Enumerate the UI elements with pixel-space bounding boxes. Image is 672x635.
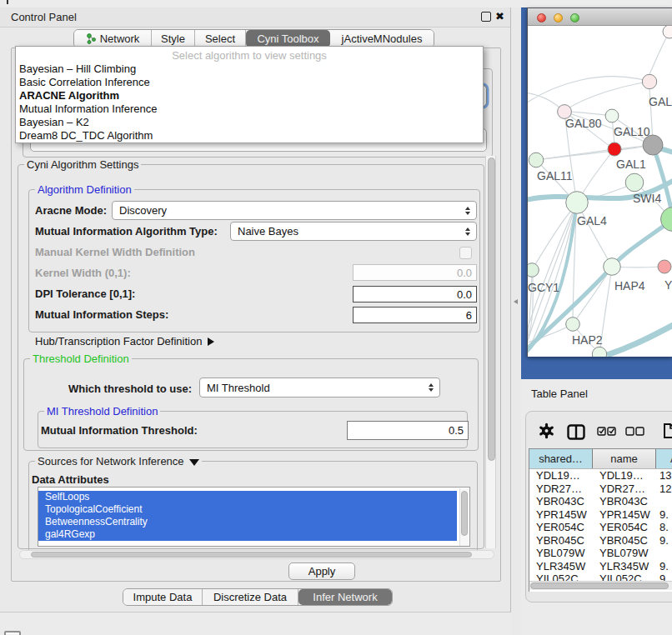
scrollbar-thumb[interactable]	[31, 552, 472, 558]
attribute-list-item[interactable]: TopologicalCoefficient	[38, 503, 457, 516]
network-node-HAP4[interactable]	[604, 258, 621, 276]
dpi-tolerance-field[interactable]: 0.0	[353, 286, 477, 302]
hub-factor-label: Hub/Transcription Factor Definition	[35, 335, 202, 348]
scrollbar-thumb[interactable]	[461, 491, 468, 536]
checked-columns-icon[interactable]	[597, 427, 617, 436]
attribute-list-item[interactable]: BetweennessCentrality	[38, 516, 457, 528]
node-label: GAL2	[649, 95, 672, 108]
panel-corner-button[interactable]	[4, 631, 21, 635]
combo-arrows-icon	[465, 228, 470, 236]
algorithm-dropdown-popup: Select algorithm to view settings Bayesi…	[15, 46, 484, 143]
hub-factor-section[interactable]: Hub/Transcription Factor Definition	[35, 335, 214, 348]
settings-horizontal-scrollbar[interactable]	[19, 550, 494, 559]
node-table: shared…nameA YDL19…YDL19…13YDR27…YDR27…1…	[529, 448, 672, 592]
toolbar-fragment	[7, 0, 8, 4]
network-node-node-top[interactable]	[663, 26, 672, 38]
network-node-GCY1[interactable]	[528, 263, 539, 278]
column-header-name[interactable]: name	[593, 449, 656, 468]
attributes-rows: SelfLoopsTopologicalCoefficientBetweenne…	[38, 488, 469, 541]
table-cell: YER054C	[529, 521, 593, 533]
algorithm-option[interactable]: Dream8 DC_TDC Algorithm	[16, 129, 483, 142]
mi-steps-field[interactable]: 6	[353, 307, 477, 323]
control-panel-titlebar: Control Panel ✖	[0, 8, 510, 28]
document-icon[interactable]	[663, 422, 672, 439]
network-window-titlebar[interactable]	[528, 8, 672, 26]
tab-style[interactable]: Style	[152, 30, 195, 48]
tab-cyni-toolbox[interactable]: Cyni Toolbox	[246, 30, 330, 48]
which-threshold-combo[interactable]: MI Threshold	[199, 378, 440, 398]
aracne-mode-combo[interactable]: Discovery	[112, 201, 477, 220]
algorithm-option[interactable]: Basic Correlation Inference	[16, 76, 483, 89]
settings-vertical-scrollbar[interactable]	[485, 156, 496, 548]
collapse-arrow-icon[interactable]	[189, 459, 199, 466]
tab-jactivemnodules[interactable]: jActiveMNodules	[330, 30, 434, 48]
attribute-list-item[interactable]: SelfLoops	[38, 491, 457, 503]
close-icon[interactable]: ✖	[495, 10, 504, 22]
network-node-GAL2[interactable]	[642, 74, 656, 88]
node-label: GAL4	[577, 214, 607, 228]
tab-select[interactable]: Select	[195, 30, 246, 48]
mi-type-combo[interactable]: Naive Bayes	[230, 222, 477, 241]
close-traffic-light-icon[interactable]	[537, 13, 546, 22]
network-canvas[interactable]: GAL2GAL80GAL10GAL1GAL11SWI4GAL4YHAP4GCY1…	[528, 26, 672, 357]
table-cell: YDL19…	[529, 469, 593, 482]
minimize-traffic-light-icon[interactable]	[554, 13, 563, 22]
table-cell: YDR27…	[529, 482, 593, 495]
mi-threshold-field[interactable]: 0.5	[347, 421, 469, 440]
float-window-icon[interactable]	[481, 12, 491, 22]
table-row[interactable]: YPR145WYPR145W9.	[529, 508, 672, 522]
attributes-vertical-scrollbar[interactable]	[459, 488, 469, 546]
algorithm-option[interactable]: Bayesian – Hill Climbing	[16, 62, 483, 76]
data-attributes-list[interactable]: SelfLoopsTopologicalCoefficientBetweenne…	[38, 487, 470, 547]
popup-header: Select algorithm to view settings	[16, 47, 483, 62]
table-row[interactable]: YBR045CYBR045C9.	[529, 534, 672, 548]
scrollbar-thumb[interactable]	[530, 582, 669, 589]
scrollbar-thumb[interactable]	[488, 158, 495, 461]
network-node-GAL1[interactable]	[608, 142, 621, 156]
attribute-list-item[interactable]: gal4RGexp	[38, 528, 457, 541]
node-label: GAL10	[614, 125, 650, 138]
table-row[interactable]: YDR27…YDR27…12	[529, 482, 672, 496]
tab-infer-network[interactable]: Infer Network	[298, 589, 392, 605]
table-row[interactable]: YDL19…YDL19…13	[529, 469, 672, 482]
splitter-collapse-icon[interactable]	[514, 299, 518, 304]
tab-impute-data[interactable]: Impute Data	[123, 589, 203, 605]
table-row[interactable]: YLR345WYLR345W9.	[529, 560, 672, 573]
table-cell: YLR345W	[593, 560, 656, 572]
table-horizontal-scrollbar[interactable]	[529, 581, 672, 590]
split-panel-icon[interactable]	[567, 424, 585, 440]
mi-steps-label: Mutual Information Steps:	[35, 308, 168, 321]
network-node-SWI4[interactable]	[625, 173, 644, 192]
panel-splitter[interactable]	[511, 8, 521, 635]
network-node-node-salmon[interactable]	[658, 260, 671, 273]
gear-icon[interactable]	[539, 422, 554, 439]
table-row[interactable]: YER054CYER054C8.	[529, 521, 672, 534]
table-row[interactable]: YBR043CYBR043C	[529, 495, 672, 508]
manual-kernel-checkbox[interactable]	[459, 247, 472, 259]
network-node-node-gray[interactable]	[643, 135, 663, 155]
column-header-shared[interactable]: shared…	[529, 449, 593, 468]
network-node-GAL10[interactable]	[605, 109, 619, 122]
network-node-HAP2[interactable]	[566, 318, 580, 332]
mi-threshold-label: Mutual Information Threshold:	[41, 424, 198, 437]
network-node-GAL11[interactable]	[529, 152, 544, 168]
algorithm-option[interactable]: Mutual Information Inference	[16, 102, 483, 116]
zoom-traffic-light-icon[interactable]	[570, 13, 579, 22]
algorithm-option[interactable]: Bayesian – K2	[16, 116, 483, 129]
algorithm-option[interactable]: ARACNE Algorithm	[16, 89, 483, 102]
table-row[interactable]: YBL079WYBL079W	[529, 547, 672, 560]
tab-network[interactable]: Network	[74, 30, 152, 48]
which-threshold-value: MI Threshold	[207, 382, 270, 394]
tab-discretize-data[interactable]: Discretize Data	[203, 589, 298, 605]
network-node-GAL4[interactable]	[566, 192, 589, 214]
table-cell: YER054C	[593, 521, 656, 533]
table-cell: 9.	[656, 534, 672, 547]
kernel-width-field[interactable]: 0.0	[353, 264, 477, 281]
expand-arrow-icon[interactable]	[208, 338, 214, 346]
dpi-tolerance-label: DPI Tolerance [0,1]:	[35, 288, 135, 300]
apply-button[interactable]: Apply	[288, 562, 355, 580]
table-cell: YBL079W	[593, 547, 656, 559]
sources-group-title[interactable]: Sources for Network Inference	[35, 455, 202, 468]
column-header-a[interactable]: A	[656, 449, 672, 468]
unchecked-columns-icon[interactable]	[625, 427, 645, 436]
